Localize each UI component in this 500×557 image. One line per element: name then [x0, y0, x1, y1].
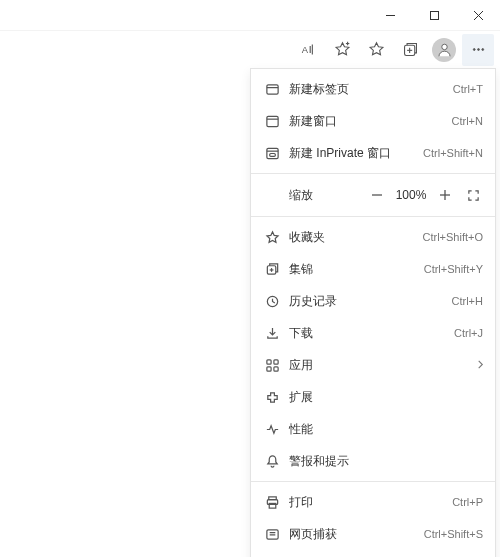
menu-shortcut: Ctrl+Shift+O — [422, 231, 483, 243]
menu-label: 集锦 — [283, 261, 424, 278]
collections-icon — [261, 262, 283, 277]
menu-shortcut: Ctrl+J — [454, 327, 483, 339]
menu-apps[interactable]: 应用 — [251, 349, 495, 381]
menu-label: 性能 — [283, 421, 483, 438]
menu-shortcut: Ctrl+Shift+N — [423, 147, 483, 159]
extensions-icon — [261, 390, 283, 405]
menu-label: 扩展 — [283, 389, 483, 406]
collections-button[interactable] — [394, 34, 426, 66]
favorites-icon — [261, 230, 283, 245]
zoom-out-button[interactable] — [363, 181, 391, 209]
svg-rect-28 — [266, 359, 270, 363]
separator — [251, 173, 495, 174]
menu-collections[interactable]: 集锦 Ctrl+Shift+Y — [251, 253, 495, 285]
add-favorite-button[interactable] — [326, 34, 358, 66]
svg-point-13 — [481, 49, 483, 51]
menu-shortcut: Ctrl+P — [452, 496, 483, 508]
menu-web-capture[interactable]: 网页捕获 Ctrl+Shift+S — [251, 518, 495, 550]
menu-zoom: 缩放 100% — [251, 178, 495, 212]
zoom-label: 缩放 — [289, 187, 363, 204]
new-window-icon — [261, 114, 283, 129]
profile-button[interactable] — [428, 34, 460, 66]
menu-extensions[interactable]: 扩展 — [251, 381, 495, 413]
menu-shortcut: Ctrl+H — [452, 295, 483, 307]
menu-shortcut: Ctrl+T — [453, 83, 483, 95]
menu-alerts[interactable]: 警报和提示 — [251, 445, 495, 477]
svg-rect-29 — [273, 359, 277, 363]
svg-rect-31 — [273, 366, 277, 370]
menu-web-select[interactable]: Web 选择 Ctrl+Shift+X — [251, 550, 495, 557]
new-tab-icon — [261, 82, 283, 97]
close-button[interactable] — [456, 0, 500, 30]
menu-shortcut: Ctrl+Shift+S — [424, 528, 483, 540]
menu-label: 应用 — [283, 357, 483, 374]
svg-rect-14 — [266, 84, 277, 93]
minimize-button[interactable] — [368, 0, 412, 30]
menu-label: 新建 InPrivate 窗口 — [283, 145, 423, 162]
inprivate-icon — [261, 146, 283, 161]
zoom-value: 100% — [391, 188, 431, 202]
menu-new-window[interactable]: 新建窗口 Ctrl+N — [251, 105, 495, 137]
menu-label: 历史记录 — [283, 293, 452, 310]
menu-inprivate[interactable]: 新建 InPrivate 窗口 Ctrl+Shift+N — [251, 137, 495, 169]
menu-new-tab[interactable]: 新建标签页 Ctrl+T — [251, 73, 495, 105]
svg-rect-16 — [266, 116, 277, 126]
favorites-button[interactable] — [360, 34, 392, 66]
history-icon — [261, 294, 283, 309]
separator — [251, 216, 495, 217]
zoom-in-button[interactable] — [431, 181, 459, 209]
svg-rect-1 — [430, 11, 438, 19]
separator — [251, 481, 495, 482]
menu-downloads[interactable]: 下载 Ctrl+J — [251, 317, 495, 349]
menu-label: 打印 — [283, 494, 452, 511]
menu-label: 警报和提示 — [283, 453, 483, 470]
performance-icon — [261, 422, 283, 437]
menu-favorites[interactable]: 收藏夹 Ctrl+Shift+O — [251, 221, 495, 253]
svg-point-12 — [477, 49, 479, 51]
svg-rect-20 — [269, 153, 275, 156]
menu-label: 下载 — [283, 325, 454, 342]
menu-history[interactable]: 历史记录 Ctrl+H — [251, 285, 495, 317]
svg-point-10 — [441, 44, 446, 49]
maximize-button[interactable] — [412, 0, 456, 30]
menu-shortcut: Ctrl+N — [452, 115, 483, 127]
settings-menu: 新建标签页 Ctrl+T 新建窗口 Ctrl+N 新建 InPrivate 窗口… — [250, 68, 496, 557]
menu-label: 收藏夹 — [283, 229, 422, 246]
menu-label: 网页捕获 — [283, 526, 424, 543]
avatar-icon — [432, 38, 456, 62]
bell-icon — [261, 454, 283, 469]
toolbar: A — [0, 30, 500, 68]
menu-performance[interactable]: 性能 — [251, 413, 495, 445]
menu-label: 新建窗口 — [283, 113, 452, 130]
fullscreen-button[interactable] — [459, 181, 487, 209]
more-button[interactable] — [462, 34, 494, 66]
chevron-right-icon — [476, 358, 485, 372]
svg-point-11 — [473, 49, 475, 51]
menu-print[interactable]: 打印 Ctrl+P — [251, 486, 495, 518]
svg-text:A: A — [301, 45, 308, 55]
apps-icon — [261, 358, 283, 373]
print-icon — [261, 495, 283, 510]
web-capture-icon — [261, 527, 283, 542]
read-aloud-toolbar-button[interactable]: A — [292, 34, 324, 66]
window-controls — [0, 0, 500, 30]
menu-shortcut: Ctrl+Shift+Y — [424, 263, 483, 275]
downloads-icon — [261, 326, 283, 341]
svg-rect-30 — [266, 366, 270, 370]
menu-label: 新建标签页 — [283, 81, 453, 98]
